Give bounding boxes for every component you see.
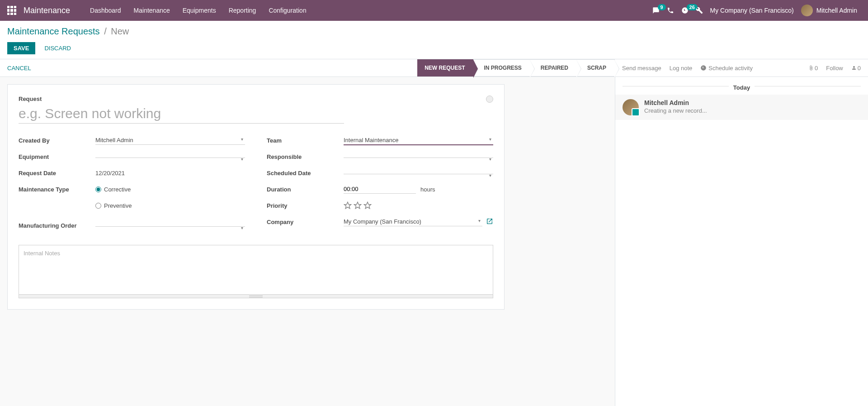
app-brand[interactable]: Maintenance — [24, 6, 70, 15]
phone-icon[interactable] — [667, 7, 674, 14]
duration-label: Duration — [267, 186, 344, 193]
message-avatar-icon — [623, 99, 639, 115]
schedule-activity-button[interactable]: Schedule activity — [700, 65, 753, 72]
attachments-count[interactable]: 0 — [808, 65, 818, 72]
attachment-icon — [808, 65, 814, 71]
breadcrumb-parent[interactable]: Maintenance Requests — [7, 26, 100, 36]
clock-icon — [700, 65, 707, 71]
duration-input[interactable] — [344, 185, 416, 194]
company-label: Company — [267, 219, 344, 225]
stage-in-progress[interactable]: IN PROGRESS — [473, 59, 530, 76]
corrective-radio[interactable] — [95, 186, 101, 192]
person-icon — [851, 65, 857, 71]
scheduled-date-field[interactable] — [344, 172, 493, 174]
kanban-state-dot[interactable] — [486, 96, 493, 103]
company-name: My Company (San Francisco) — [710, 7, 794, 14]
created-by-field[interactable]: Mitchell Admin — [95, 136, 245, 145]
responsible-label: Responsible — [267, 153, 344, 160]
followers-count[interactable]: 0 — [851, 65, 861, 72]
nav-dashboard[interactable]: Dashboard — [84, 7, 127, 14]
user-name: Mitchell Admin — [816, 7, 857, 14]
request-date-value: 12/20/2021 — [95, 169, 245, 177]
nav-equipments[interactable]: Equipments — [176, 7, 222, 14]
notes-resize-handle[interactable] — [19, 295, 493, 298]
stage-scrap[interactable]: SCRAP — [576, 59, 614, 76]
control-panel: Maintenance Requests / New SAVE DISCARD — [0, 21, 868, 59]
responsible-field[interactable] — [344, 156, 493, 158]
chatter-panel: Today Mitchell Admin Creating a new reco… — [615, 77, 868, 406]
nav-configuration[interactable]: Configuration — [262, 7, 312, 14]
form-area: Request Created By Mitchell Admin Equipm… — [0, 77, 615, 406]
messages-icon[interactable]: 9 — [652, 7, 660, 14]
priority-stars — [344, 201, 372, 210]
star-icon[interactable] — [344, 201, 352, 210]
messages-badge: 9 — [658, 4, 666, 10]
nav-reporting[interactable]: Reporting — [222, 7, 263, 14]
team-field[interactable]: Internal Maintenance — [344, 136, 493, 145]
message-author: Mitchell Admin — [644, 99, 707, 106]
manufacturing-order-field[interactable] — [95, 224, 245, 227]
activities-icon[interactable]: 26 — [681, 7, 689, 14]
navbar: Maintenance Dashboard Maintenance Equipm… — [0, 0, 868, 21]
team-label: Team — [267, 137, 344, 144]
external-link-icon[interactable] — [486, 218, 493, 226]
stage-repaired[interactable]: REPAIRED — [530, 59, 576, 76]
duration-unit: hours — [420, 186, 435, 193]
save-button[interactable]: SAVE — [7, 42, 35, 54]
message-text: Creating a new record... — [644, 107, 707, 114]
equipment-field[interactable] — [95, 156, 245, 158]
request-name-input[interactable] — [19, 104, 344, 124]
breadcrumb-current: New — [111, 26, 129, 36]
cancel-button[interactable]: CANCEL — [0, 59, 38, 76]
maintenance-type-label: Maintenance Type — [19, 186, 95, 193]
scheduled-date-label: Scheduled Date — [267, 170, 344, 177]
nav-maintenance[interactable]: Maintenance — [127, 7, 176, 14]
follow-button[interactable]: Follow — [826, 65, 843, 72]
log-note-button[interactable]: Log note — [670, 65, 693, 72]
breadcrumb: Maintenance Requests / New — [7, 26, 861, 37]
company-field[interactable]: My Company (San Francisco) — [344, 217, 482, 226]
preventive-radio[interactable] — [95, 203, 101, 209]
request-label: Request — [19, 96, 493, 102]
manufacturing-order-label: Manufacturing Order — [19, 222, 95, 229]
priority-label: Priority — [267, 202, 344, 209]
form-sheet: Request Created By Mitchell Admin Equipm… — [7, 84, 505, 310]
maintenance-type-corrective[interactable]: Corrective — [95, 186, 245, 193]
star-icon[interactable] — [354, 201, 362, 210]
main-content: Request Created By Mitchell Admin Equipm… — [0, 77, 868, 406]
created-by-label: Created By — [19, 137, 95, 144]
stage-new-request[interactable]: NEW REQUEST — [417, 59, 473, 76]
chatter-topbar-inline: Send message Log note Schedule activity … — [615, 59, 868, 76]
company-switcher[interactable]: My Company (San Francisco) — [710, 7, 794, 14]
chatter-date-separator: Today — [615, 77, 868, 95]
settings-icon[interactable] — [696, 7, 703, 14]
stage-arrows: NEW REQUEST IN PROGRESS REPAIRED SCRAP — [417, 59, 614, 76]
discard-button[interactable]: DISCARD — [40, 42, 75, 54]
request-date-label: Request Date — [19, 170, 95, 177]
maintenance-type-preventive[interactable]: Preventive — [95, 202, 245, 209]
apps-icon[interactable] — [7, 6, 16, 15]
user-menu[interactable]: Mitchell Admin — [801, 5, 857, 16]
status-bar: CANCEL NEW REQUEST IN PROGRESS REPAIRED … — [0, 59, 868, 77]
internal-notes-field[interactable]: Internal Notes — [19, 245, 493, 295]
chatter-message: Mitchell Admin Creating a new record... — [615, 95, 868, 120]
send-message-button[interactable]: Send message — [622, 65, 661, 72]
star-icon[interactable] — [363, 201, 372, 210]
user-avatar-icon — [801, 5, 813, 16]
equipment-label: Equipment — [19, 153, 95, 160]
